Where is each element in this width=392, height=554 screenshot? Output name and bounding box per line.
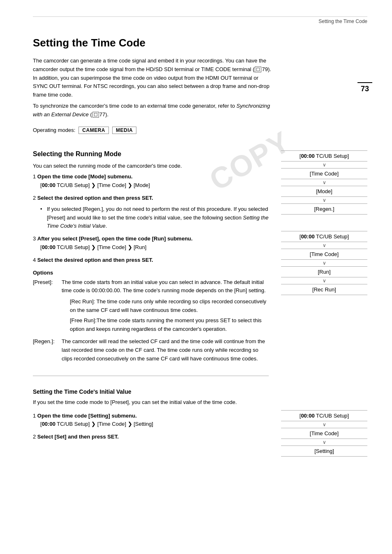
menu-group-2: [00:00 TC/UB Setup] ∨ [Time Code] ∨ [Run… <box>281 231 367 295</box>
menu-g1-time-code: [Time Code] <box>281 168 367 179</box>
step-3: 3 After you select [Preset], open the ti… <box>33 235 269 252</box>
main-content: Selecting the Running Mode You can selec… <box>33 150 367 469</box>
step-4-title: Select the desired option and then press… <box>37 257 153 263</box>
section1-intro: You can select the running mode of the c… <box>33 162 269 171</box>
menu-g2-chevron-1: ∨ <box>281 242 367 249</box>
step-3-title: After you select [Preset], open the time… <box>37 235 193 242</box>
menu-g3-chevron-1: ∨ <box>281 421 367 428</box>
section2-step-1: 1 Open the time code [Setting] submenu. … <box>33 412 269 429</box>
intro-paragraph-1: The camcorder can generate a time code s… <box>33 57 271 99</box>
section2-title: Setting the Time Code's Initial Value <box>33 388 269 395</box>
option-preset: [Preset]: The time code starts from an i… <box>33 278 269 295</box>
menu-g1-mode: [Mode] <box>281 186 367 197</box>
mode-badge-camera: CAMERA <box>78 127 109 134</box>
step-2: 2 Select the desired option and then pre… <box>33 194 269 231</box>
book-icon-2: ☐ <box>92 112 99 118</box>
menu-g2-top: [00:00 TC/UB Setup] <box>281 231 367 242</box>
step-2-num: 2 <box>33 195 37 201</box>
section2-step-2-title: Select [Set] and then press SET. <box>37 434 119 440</box>
section-divider <box>33 376 269 376</box>
main-title: Setting the Time Code <box>33 37 367 49</box>
top-rule <box>33 16 367 17</box>
operating-modes-label: Operating modes: <box>33 127 75 133</box>
menu-g1-chevron-1: ∨ <box>281 162 367 168</box>
menu-g2-rec-run: [Rec Run] <box>281 284 367 295</box>
intro-p1-ref: 79 <box>262 66 267 72</box>
italic-ref: Setting the Time Code's Initial Value <box>47 215 268 229</box>
menu-g3-setting: [Setting] <box>281 446 367 457</box>
mode-badge-media: MEDIA <box>112 127 136 134</box>
option-preset-key: [Preset]: <box>33 278 62 295</box>
book-icon: ☐ <box>255 67 261 72</box>
intro-paragraph-2: To synchronize the camcorder's time code… <box>33 102 271 119</box>
menu-g1-top: [00:00 TC/UB Setup] <box>281 150 367 162</box>
menu-g3-chevron-2: ∨ <box>281 439 367 446</box>
section2-step-1-sub: [00:00 TC/UB Setup] ❯ [Time Code] ❯ [Set… <box>40 420 269 429</box>
section2-intro: If you set the time code mode to [Preset… <box>33 398 269 407</box>
operating-modes: Operating modes: CAMERA MEDIA <box>33 127 367 134</box>
menu-g3-time-code: [Time Code] <box>281 428 367 439</box>
option-regen-desc: The camcorder will read the selected CF … <box>62 337 269 363</box>
section2-step-2-num: 2 <box>33 434 37 440</box>
intro-p2-ref: 77 <box>99 111 105 118</box>
step-3-num: 3 <box>33 235 37 242</box>
intro-p1-start: The camcorder can generate a time code s… <box>33 58 266 72</box>
menu-g1-regen: [Regen.] <box>281 203 367 215</box>
sub-option-free-run: [Free Run]:The time code starts running … <box>70 316 269 334</box>
left-column: Selecting the Running Mode You can selec… <box>33 150 277 469</box>
menu-g3-top: [00:00 TC/UB Setup] <box>281 410 367 421</box>
step-2-bullet: If you selected [Regen.], you do not nee… <box>40 205 269 231</box>
option-regen-key: [Regen.]: <box>33 337 62 363</box>
step-3-sub: [00:00 TC/UB Setup] ❯ [Time Code] ❯ [Run… <box>40 243 269 252</box>
menu-g1-chevron-2: ∨ <box>281 179 367 186</box>
step-1-sub: [00:00 TC/UB Setup] ❯ [Time Code] ❯ [Mod… <box>40 181 269 190</box>
page-number: 73 <box>357 82 372 93</box>
step-1: 1 Open the time code [Mode] submenu. [00… <box>33 173 269 190</box>
menu-g2-chevron-3: ∨ <box>281 277 367 284</box>
page: Setting the Time Code 73 Setting the Tim… <box>0 0 392 554</box>
header-text: Setting the Time Code <box>33 18 367 24</box>
option-preset-desc: The time code starts from an initial val… <box>62 278 269 295</box>
step-2-title: Select the desired option and then press… <box>37 195 153 201</box>
options-section: Options [Preset]: The time code starts f… <box>33 270 269 363</box>
step-4-num: 4 <box>33 257 37 263</box>
menu-group-3: [00:00 TC/UB Setup] ∨ [Time Code] ∨ [Set… <box>281 410 367 457</box>
menu-g2-run: [Run] <box>281 266 367 277</box>
section2-step-1-title: Open the time code [Setting] submenu. <box>37 413 137 419</box>
section2-step-2: 2 Select [Set] and then press SET. <box>33 433 269 441</box>
options-title: Options <box>33 270 269 276</box>
menu-g1-chevron-3: ∨ <box>281 197 367 203</box>
menu-group-1: [00:00 TC/UB Setup] ∨ [Time Code] ∨ [Mod… <box>281 150 367 215</box>
menu-g2-time-code: [Time Code] <box>281 249 367 260</box>
step-1-num: 1 <box>33 173 37 180</box>
section2-step-1-num: 1 <box>33 413 37 419</box>
intro-p2-end: ). <box>105 111 108 118</box>
option-regen: [Regen.]: The camcorder will read the se… <box>33 337 269 363</box>
step-4: 4 Select the desired option and then pre… <box>33 256 269 265</box>
sub-option-rec-run: [Rec Run]: The time code runs only while… <box>70 298 269 315</box>
right-column: [00:00 TC/UB Setup] ∨ [Time Code] ∨ [Mod… <box>277 150 367 469</box>
menu-g2-chevron-2: ∨ <box>281 260 367 266</box>
intro-p2-start: To synchronize the camcorder's time code… <box>33 103 236 109</box>
step-1-title: Open the time code [Mode] submenu. <box>37 173 133 180</box>
section1-title: Selecting the Running Mode <box>33 150 269 158</box>
